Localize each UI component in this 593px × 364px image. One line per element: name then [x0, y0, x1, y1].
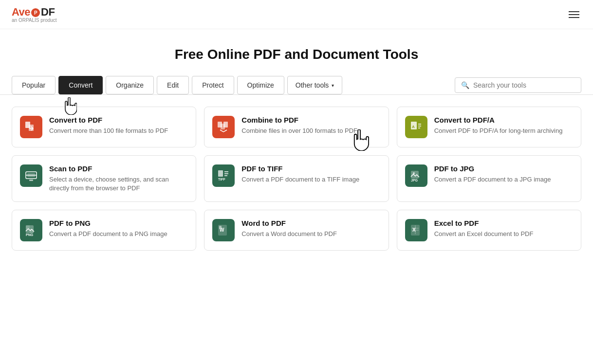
- tool-card-convert-to-pdf[interactable]: Convert to PDF Convert more than 100 fil…: [12, 107, 196, 147]
- tool-card-pdf-to-jpg[interactable]: JPG PDF to JPG Convert a PDF document to…: [397, 155, 581, 202]
- tool-info-pdf-to-tiff: PDF to TIFF Convert a PDF document to a …: [241, 164, 359, 184]
- tool-icon-convert-to-pdf: [20, 116, 42, 138]
- logo-text: AvePDF: [12, 6, 55, 18]
- tool-desc: Convert PDF to PDF/A for long-term archi…: [434, 127, 563, 135]
- tool-desc: Convert a PDF document to a PNG image: [49, 230, 167, 238]
- tool-title: Word to PDF: [241, 219, 337, 227]
- svg-rect-12: [218, 170, 223, 177]
- tab-edit[interactable]: Edit: [157, 76, 189, 94]
- search-area: 🔍: [445, 77, 581, 93]
- tool-desc: Convert a Word document to PDF: [241, 230, 337, 238]
- svg-text:TIFF: TIFF: [218, 178, 225, 181]
- tool-icon-word-to-pdf: W: [212, 219, 235, 241]
- svg-rect-18: [26, 225, 30, 229]
- tool-card-scan-to-pdf[interactable]: Scan to PDF Select a device, choose sett…: [12, 155, 196, 202]
- logo-sub: an ORPALIS product: [12, 18, 57, 23]
- svg-text:PNG: PNG: [26, 233, 34, 237]
- tab-protect[interactable]: Protect: [192, 76, 234, 94]
- hero-section: Free Online PDF and Document Tools: [0, 29, 593, 76]
- tool-desc: Select a device, choose settings, and sc…: [49, 175, 188, 193]
- logo-ave-span: Ave: [12, 6, 30, 18]
- tool-title: PDF to PNG: [49, 219, 167, 227]
- tools-grid: Convert to PDF Convert more than 100 fil…: [0, 95, 593, 262]
- nav-bar: Popular Convert Organize Edit Protect Op…: [0, 76, 593, 95]
- tab-popular[interactable]: Popular: [12, 76, 56, 94]
- svg-rect-6: [223, 122, 228, 127]
- svg-rect-23: [219, 226, 222, 229]
- tab-optimize[interactable]: Optimize: [237, 76, 284, 94]
- tool-desc: Convert an Excel document to PDF: [434, 230, 534, 238]
- tools-main: Convert to PDF Convert more than 100 fil…: [0, 95, 593, 262]
- tool-icon-convert-to-pdfa: A: [405, 116, 427, 138]
- header: AvePDF an ORPALIS product: [0, 0, 593, 29]
- tool-title: Combine to PDF: [241, 116, 357, 124]
- tool-card-excel-to-pdf[interactable]: X Excel to PDF Convert an Excel document…: [397, 210, 581, 251]
- svg-text:A: A: [412, 125, 415, 129]
- tool-title: Convert to PDF/A: [434, 116, 563, 124]
- tool-info-word-to-pdf: Word to PDF Convert a Word document to P…: [241, 219, 337, 238]
- tool-icon-excel-to-pdf: X: [405, 219, 427, 241]
- search-input[interactable]: [473, 81, 575, 89]
- tab-other-tools[interactable]: Other tools ▾: [287, 76, 342, 94]
- svg-text:P: P: [34, 10, 37, 16]
- search-box: 🔍: [455, 77, 581, 93]
- tool-icon-combine-to-pdf: [212, 116, 235, 138]
- logo[interactable]: AvePDF an ORPALIS product: [12, 6, 57, 23]
- tool-icon-pdf-to-png: PNG: [20, 219, 42, 241]
- tool-icon-pdf-to-jpg: JPG: [405, 164, 427, 187]
- tab-organize[interactable]: Organize: [106, 76, 154, 94]
- tool-info-combine-to-pdf: Combine to PDF Combine files in over 100…: [241, 116, 357, 135]
- hero-title: Free Online PDF and Document Tools: [12, 47, 581, 62]
- tool-info-convert-to-pdf: Convert to PDF Convert more than 100 fil…: [49, 116, 168, 135]
- tool-card-pdf-to-tiff[interactable]: TIFF PDF to TIFF Convert a PDF document …: [204, 155, 389, 202]
- svg-rect-14: [411, 171, 419, 179]
- hamburger-menu[interactable]: [567, 9, 581, 20]
- tool-desc: Convert a PDF document to a JPG image: [434, 175, 551, 184]
- tool-desc: Convert more than 100 file formats to PD…: [49, 127, 168, 135]
- tool-desc: Convert a PDF document to a TIFF image: [241, 175, 359, 184]
- tool-info-scan-to-pdf: Scan to PDF Select a device, choose sett…: [49, 164, 188, 193]
- tool-info-excel-to-pdf: Excel to PDF Convert an Excel document t…: [434, 219, 534, 238]
- tool-card-word-to-pdf[interactable]: W Word to PDF Convert a Word document to…: [204, 210, 389, 251]
- tab-convert[interactable]: Convert: [58, 76, 103, 94]
- tool-card-combine-to-pdf[interactable]: Combine to PDF Combine files in over 100…: [204, 107, 389, 147]
- tool-info-convert-to-pdfa: Convert to PDF/A Convert PDF to PDF/A fo…: [434, 116, 563, 135]
- tool-card-pdf-to-png[interactable]: PNG PDF to PNG Convert a PDF document to…: [12, 210, 196, 251]
- svg-rect-11: [29, 180, 33, 181]
- tab-group: Popular Convert Organize Edit Protect Op…: [12, 76, 342, 94]
- tool-info-pdf-to-jpg: PDF to JPG Convert a PDF document to a J…: [434, 164, 551, 184]
- tool-title: Excel to PDF: [434, 219, 534, 227]
- tool-title: PDF to JPG: [434, 164, 551, 173]
- tool-card-convert-to-pdfa[interactable]: A Convert to PDF/A Convert PDF to PDF/A …: [397, 107, 581, 147]
- svg-rect-19: [30, 229, 34, 233]
- svg-text:JPG: JPG: [411, 179, 418, 182]
- tool-desc: Combine files in over 100 formats to PDF: [241, 127, 357, 135]
- tool-title: Convert to PDF: [49, 116, 168, 124]
- tool-title: Scan to PDF: [49, 164, 188, 173]
- chevron-down-icon: ▾: [332, 83, 334, 88]
- tool-icon-pdf-to-tiff: TIFF: [212, 164, 235, 187]
- tool-info-pdf-to-png: PDF to PNG Convert a PDF document to a P…: [49, 219, 167, 238]
- tool-icon-scan-to-pdf: [20, 164, 42, 187]
- search-icon: 🔍: [461, 81, 469, 89]
- tool-title: PDF to TIFF: [241, 164, 359, 173]
